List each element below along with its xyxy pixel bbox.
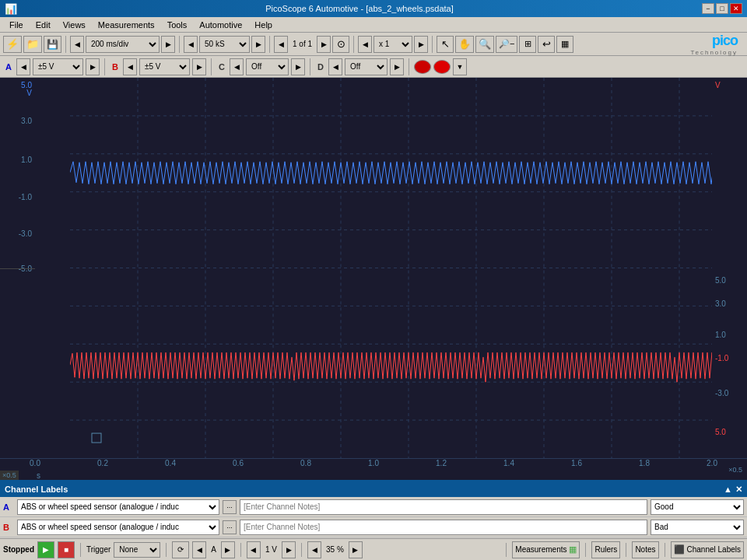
zoom-next-btn[interactable]: ▶ — [414, 36, 428, 53]
status-ch-next[interactable]: ▶ — [221, 541, 235, 558]
ch-a-dots-btn[interactable]: ··· — [223, 500, 237, 514]
x-axis-bar: 0.0 0.2 0.4 0.6 0.8 1.0 1.2 1.4 1.6 1.8 … — [0, 458, 747, 480]
status-btn-prev2[interactable]: ◀ — [247, 541, 261, 558]
status-pct-next[interactable]: ▶ — [349, 541, 363, 558]
channel-labels-collapse[interactable]: ▲ — [724, 485, 732, 495]
chart-area: 5.0 V 3.0 1.0 -1.0 -3.0 -5.0 — [0, 78, 747, 458]
status-pct-prev[interactable]: ◀ — [307, 541, 321, 558]
stop-capture-btn[interactable]: ⊙ — [332, 36, 349, 53]
channel-labels-btn[interactable]: ⬛ Channel Labels — [671, 541, 745, 558]
custom-btn[interactable]: ▦ — [556, 36, 573, 53]
waveform-svg — [70, 78, 747, 458]
record-mode-btn[interactable] — [433, 60, 451, 74]
open-icon[interactable]: 📁 — [23, 36, 42, 53]
zoom-fit-btn[interactable]: ⊞ — [519, 36, 536, 53]
ch-b-desc-select[interactable]: ABS or wheel speed sensor (analogue / in… — [17, 520, 219, 535]
ch-b-quality-select[interactable]: Good Bad Unknown — [651, 520, 744, 535]
hand-btn[interactable]: ✋ — [455, 36, 474, 53]
sr-next-btn[interactable]: ▶ — [251, 36, 265, 53]
page-next-btn[interactable]: ▶ — [317, 36, 331, 53]
notes-btn[interactable]: Notes — [632, 541, 658, 558]
status-ch-prev[interactable]: ◀ — [192, 541, 206, 558]
notes-label: Notes — [635, 545, 655, 554]
title-bar: 📊 PicoScope 6 Automotive - [abs_2_wheels… — [0, 0, 747, 17]
y-right-n3: -3.0 — [715, 389, 728, 397]
menu-file[interactable]: File — [3, 19, 30, 31]
time-next-btn[interactable]: ▶ — [161, 36, 175, 53]
divider-2 — [179, 36, 180, 53]
menu-measurements[interactable]: Measurements — [92, 19, 161, 31]
ch-a-desc-select[interactable]: ABS or wheel speed sensor (analogue / in… — [17, 499, 219, 515]
page-prev-btn[interactable]: ◀ — [274, 36, 288, 53]
channel-labels-header: Channel Labels ▲ ✕ — [0, 481, 747, 497]
sr-prev-btn[interactable]: ◀ — [184, 36, 198, 53]
play-btn[interactable]: ▶ — [37, 541, 54, 558]
record-btn[interactable] — [414, 60, 431, 74]
undo-btn[interactable]: ↩ — [538, 36, 555, 53]
sample-rate-select[interactable]: 50 kS — [199, 36, 250, 53]
ch-row-b-label: B — [3, 523, 14, 532]
zoom-prev-btn[interactable]: ◀ — [358, 36, 372, 53]
y-left-n5: -5.0 — [19, 264, 32, 273]
x-label-1.6: 1.6 — [571, 459, 582, 467]
ch-a-quality-select[interactable]: Good Bad Unknown — [651, 499, 744, 515]
ch-d-coupling-select[interactable]: Off — [345, 58, 388, 75]
maximize-button[interactable]: □ — [716, 3, 728, 14]
rulers-btn[interactable]: Rulers — [591, 541, 620, 558]
zoom-in-btn[interactable]: 🔍 — [475, 36, 494, 53]
trigger-mode-select[interactable]: None — [114, 542, 160, 558]
menu-edit[interactable]: Edit — [30, 19, 57, 31]
y-left-3: 3.0 — [21, 117, 32, 125]
status-pct-label: 35 % — [324, 545, 345, 554]
x-label-1.2: 1.2 — [436, 459, 447, 467]
menu-help[interactable]: Help — [248, 19, 279, 31]
ch-divider-4 — [409, 58, 409, 75]
time-prev-btn[interactable]: ◀ — [70, 36, 84, 53]
channel-labels-close[interactable]: ✕ — [735, 485, 742, 495]
zoom-select[interactable]: x 1 — [374, 36, 412, 53]
ch-b-prev-btn[interactable]: ◀ — [123, 58, 137, 75]
ch-d-next-btn[interactable]: ▶ — [390, 58, 404, 75]
zoom-out-btn[interactable]: 🔎− — [496, 36, 517, 53]
ch-a-notes-input[interactable] — [240, 499, 647, 515]
rec-extra-btn[interactable]: ▼ — [453, 58, 467, 75]
cursor-btn[interactable]: ↖ — [437, 36, 454, 53]
ch-divider-3 — [310, 58, 310, 75]
ch-b-dots-btn[interactable]: ··· — [223, 520, 237, 534]
measurements-btn[interactable]: Measurements ▦ — [512, 541, 580, 558]
measurements-label: Measurements — [515, 545, 566, 554]
ch-a-prev-btn[interactable]: ◀ — [16, 58, 30, 75]
stop-btn[interactable]: ■ — [58, 541, 75, 558]
status-div-4 — [301, 543, 302, 557]
ch-c-prev-btn[interactable]: ◀ — [230, 58, 244, 75]
ch-b-range-select[interactable]: ±5 V — [139, 58, 190, 75]
ch-c-next-btn[interactable]: ▶ — [291, 58, 305, 75]
ch-d-prev-btn[interactable]: ◀ — [328, 58, 342, 75]
ch-divider-2 — [211, 58, 212, 75]
rulers-label: Rulers — [594, 545, 617, 554]
ch-b-notes-input[interactable] — [240, 520, 647, 535]
y-left-v: V — [26, 89, 32, 97]
minimize-button[interactable]: − — [702, 3, 714, 14]
channel-toolbar: A ◀ ±5 V ▶ B ◀ ±5 V ▶ C ◀ Off ▶ D ◀ Off … — [0, 56, 747, 78]
close-button[interactable]: ✕ — [730, 3, 742, 14]
y-axis-right: V 5.0 3.0 1.0 -1.0 -3.0 5.0 — [712, 78, 747, 458]
y-left-1: 1.0 — [21, 156, 32, 164]
ch-c-coupling-select[interactable]: Off — [246, 58, 289, 75]
page-indicator: 1 of 1 — [289, 40, 315, 48]
status-btn-next2[interactable]: ▶ — [282, 541, 296, 558]
signal-icon[interactable]: ⟳ — [172, 541, 189, 558]
ch-b-next-btn[interactable]: ▶ — [192, 58, 206, 75]
channel-a-label: A — [3, 62, 14, 72]
ch-row-a-label: A — [3, 502, 14, 512]
time-div-select[interactable]: 200 ms/div — [86, 36, 160, 53]
menu-views[interactable]: Views — [57, 19, 92, 31]
menu-automotive[interactable]: Automotive — [193, 19, 248, 31]
ch-a-range-select[interactable]: ±5 V — [33, 58, 83, 75]
menu-tools[interactable]: Tools — [161, 19, 194, 31]
y-right-5bot: 5.0 — [715, 428, 726, 436]
ch-a-next-btn[interactable]: ▶ — [86, 58, 100, 75]
save-icon[interactable]: 💾 — [44, 36, 61, 53]
window-title: PicoScope 6 Automotive - [abs_2_wheels.p… — [17, 4, 702, 13]
mode-icon[interactable]: ⚡ — [3, 36, 22, 53]
